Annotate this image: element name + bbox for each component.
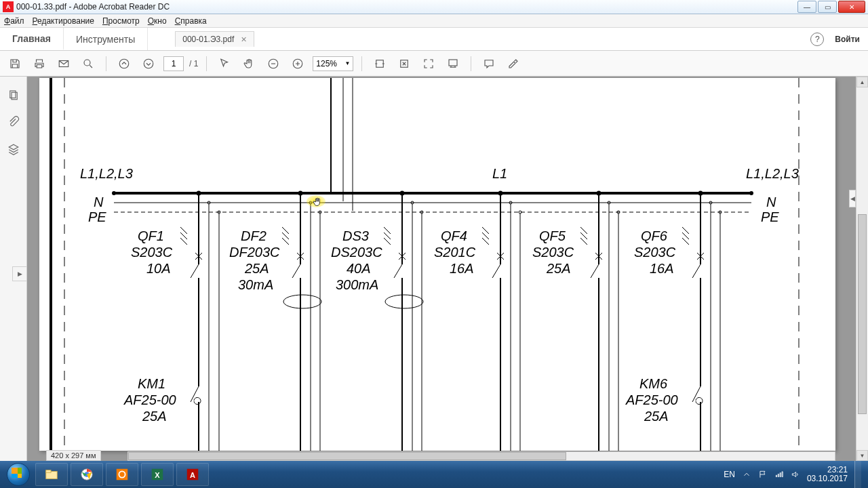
comment-button[interactable]: [479, 54, 498, 73]
svg-line-64: [282, 232, 289, 239]
tab-home[interactable]: Главная: [0, 28, 64, 50]
fit-page-button[interactable]: [395, 54, 414, 73]
scroll-down-button[interactable]: ▼: [856, 450, 868, 461]
svg-line-43: [191, 386, 199, 402]
svg-text:S203C: S203C: [532, 245, 574, 260]
close-tab-icon[interactable]: ✕: [241, 35, 247, 44]
svg-text:L1: L1: [492, 166, 507, 181]
svg-text:25A: 25A: [546, 261, 571, 276]
signin-button[interactable]: Войти: [835, 35, 860, 44]
help-icon[interactable]: ?: [810, 33, 824, 46]
svg-line-42: [180, 238, 187, 245]
read-mode-button[interactable]: [443, 54, 462, 73]
taskbar: X A EN 23:21 03.10.2017: [0, 461, 868, 488]
svg-text:KM1: KM1: [138, 376, 165, 391]
circuit-4: QF4 S201C 16A: [434, 191, 521, 451]
zoom-select[interactable]: 125%▼: [313, 56, 353, 71]
scroll-up-button[interactable]: ▲: [856, 77, 868, 87]
svg-line-84: [384, 238, 391, 245]
svg-text:DS203C: DS203C: [331, 245, 382, 260]
circuit-6: QF6 S203C 16A KM6 AF25-00 25A: [625, 191, 722, 451]
taskbar-explorer[interactable]: [35, 463, 68, 486]
print-button[interactable]: [30, 54, 49, 73]
svg-point-21: [749, 191, 753, 195]
taskbar-acrobat[interactable]: A: [176, 463, 209, 486]
page-down-button[interactable]: [139, 54, 158, 73]
svg-text:KM6: KM6: [639, 376, 668, 391]
taskbar-chrome[interactable]: [71, 463, 103, 486]
menu-edit[interactable]: Редактирование: [33, 16, 94, 26]
vertical-scrollbar[interactable]: ▲ ▼: [856, 77, 868, 461]
svg-line-92: [492, 264, 500, 278]
svg-line-40: [180, 227, 187, 234]
layers-icon[interactable]: [6, 142, 21, 157]
primary-tabs: Главная Инструменты 000-01.Э3.pdf ✕ ? Во…: [0, 28, 868, 51]
show-desktop-button[interactable]: [854, 461, 861, 488]
svg-line-54: [292, 264, 300, 278]
svg-rect-151: [117, 469, 128, 481]
svg-line-63: [282, 227, 289, 234]
search-button[interactable]: [79, 54, 98, 73]
svg-text:30mA: 30mA: [238, 277, 273, 292]
svg-line-136: [682, 232, 689, 239]
tray-up-icon[interactable]: [742, 470, 751, 479]
tab-tools[interactable]: Инструменты: [64, 28, 148, 50]
thumbnails-icon[interactable]: [6, 87, 21, 102]
page-number-input[interactable]: [163, 56, 184, 71]
svg-line-82: [384, 227, 391, 234]
tray-network-icon[interactable]: [774, 470, 784, 479]
menu-bar: Файл Редактирование Просмотр Окно Справк…: [0, 14, 868, 28]
tray-volume-icon[interactable]: [791, 470, 800, 479]
svg-text:DS3: DS3: [342, 228, 369, 243]
document-tab[interactable]: 000-01.Э3.pdf ✕: [175, 31, 254, 47]
save-button[interactable]: [5, 54, 24, 73]
svg-point-1: [84, 60, 90, 66]
maximize-button[interactable]: ▭: [818, 1, 837, 13]
tray-flag-icon[interactable]: [758, 470, 768, 479]
expand-right-panel-button[interactable]: ◀: [849, 190, 856, 207]
menu-window[interactable]: Окно: [148, 16, 167, 26]
svg-text:16A: 16A: [450, 261, 474, 276]
svg-text:S201C: S201C: [434, 245, 476, 260]
start-button[interactable]: [3, 462, 34, 487]
svg-rect-8: [449, 60, 457, 66]
svg-text:DF203C: DF203C: [229, 245, 280, 260]
expand-left-panel-button[interactable]: ▶: [12, 266, 27, 281]
close-button[interactable]: ✕: [838, 1, 865, 13]
select-tool-button[interactable]: [215, 54, 234, 73]
pdf-page: L1,L2,L3 N PE L1 L1,L2,L3 N PE: [39, 78, 835, 451]
fullscreen-button[interactable]: [419, 54, 438, 73]
menu-view[interactable]: Просмотр: [102, 16, 140, 26]
circuit-3: DS3 DS203C 40A 300mA: [331, 191, 423, 451]
schematic-diagram: L1,L2,L3 N PE L1 L1,L2,L3 N PE: [39, 78, 835, 451]
menu-file[interactable]: Файл: [4, 16, 24, 26]
horizontal-scrollbar[interactable]: [127, 451, 835, 461]
svg-text:S203C: S203C: [131, 245, 173, 260]
taskbar-app-orange[interactable]: [106, 463, 138, 486]
taskbar-excel[interactable]: X: [141, 463, 174, 486]
document-area[interactable]: L1,L2,L3 N PE L1 L1,L2,L3 N PE: [27, 77, 856, 461]
email-button[interactable]: [54, 54, 73, 73]
page-up-button[interactable]: [115, 54, 134, 73]
svg-line-103: [482, 238, 489, 245]
tray-clock[interactable]: 23:21 03.10.2017: [807, 466, 848, 483]
svg-line-120: [580, 238, 587, 245]
tray-lang[interactable]: EN: [724, 470, 735, 479]
svg-text:L1,L2,L3: L1,L2,L3: [80, 166, 133, 181]
svg-rect-10: [12, 92, 17, 100]
zoom-out-button[interactable]: [264, 54, 283, 73]
svg-text:300mA: 300mA: [336, 277, 378, 292]
svg-text:PE: PE: [88, 209, 106, 224]
svg-line-126: [692, 264, 701, 278]
hand-tool-button[interactable]: [239, 54, 258, 73]
menu-help[interactable]: Справка: [175, 16, 207, 26]
minimize-button[interactable]: —: [797, 1, 816, 13]
highlight-button[interactable]: [504, 54, 523, 73]
fit-width-button[interactable]: [370, 54, 389, 73]
svg-rect-148: [46, 470, 51, 473]
svg-text:L1,L2,L3: L1,L2,L3: [746, 166, 799, 181]
attachments-icon[interactable]: [6, 115, 21, 129]
svg-text:25A: 25A: [142, 409, 167, 424]
svg-point-2: [119, 59, 129, 68]
zoom-in-button[interactable]: [288, 54, 307, 73]
